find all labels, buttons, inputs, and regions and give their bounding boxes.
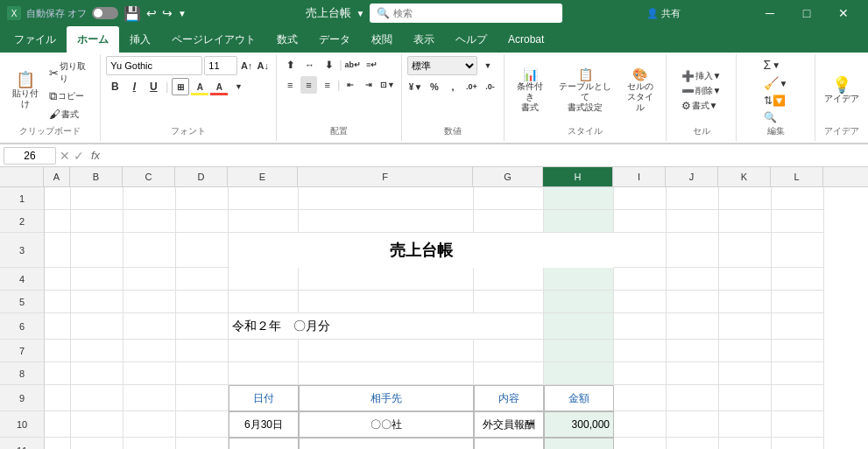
cell-k11[interactable] <box>719 438 772 449</box>
cell-g7[interactable] <box>474 340 544 362</box>
cell-j8[interactable] <box>667 362 719 385</box>
cell-a6[interactable] <box>45 313 71 340</box>
number-format-selector[interactable]: 標準 <box>407 56 477 75</box>
align-right-button[interactable]: ≡ <box>319 76 335 94</box>
tab-data[interactable]: データ <box>308 26 361 53</box>
col-header-c[interactable]: C <box>123 167 175 186</box>
cell-b5[interactable] <box>71 291 123 313</box>
quick-access-more[interactable]: ▼ <box>178 9 187 18</box>
tab-file[interactable]: ファイル <box>4 26 67 53</box>
cell-partner-1[interactable]: 〇〇社 <box>299 411 474 438</box>
cell-a5[interactable] <box>45 291 71 313</box>
number-format-more[interactable]: ▼ <box>479 57 497 74</box>
cell-a11[interactable] <box>45 438 71 449</box>
cell-i5[interactable] <box>614 291 667 313</box>
cell-header-date[interactable]: 日付 <box>229 385 299 411</box>
cell-b1[interactable] <box>71 187 123 210</box>
row-header-10[interactable]: 10 <box>0 411 44 438</box>
cell-d6[interactable] <box>176 313 229 340</box>
cell-c1[interactable] <box>123 187 176 210</box>
cell-d5[interactable] <box>176 291 229 313</box>
underline-button[interactable]: U <box>145 79 162 95</box>
cell-a3[interactable] <box>45 233 71 268</box>
cell-k7[interactable] <box>719 340 772 362</box>
indent-increase-button[interactable]: ⇥ <box>361 76 378 94</box>
ideas-button[interactable]: 💡 アイデア <box>821 75 863 106</box>
sum-button[interactable]: Σ ▼ <box>760 56 788 74</box>
font-size-selector[interactable] <box>204 56 237 75</box>
align-center-button[interactable]: ≡ <box>300 76 317 94</box>
cell-styles-button[interactable]: 🎨 セルのスタイル <box>620 67 660 115</box>
row-header-8[interactable]: 8 <box>0 362 44 385</box>
cell-header-content[interactable]: 内容 <box>474 385 544 411</box>
comment-button[interactable]: コメント <box>693 4 747 24</box>
cell-g4[interactable] <box>474 268 544 291</box>
maximize-button[interactable]: □ <box>789 0 824 26</box>
cell-i3[interactable] <box>614 233 667 268</box>
cell-date-2[interactable] <box>229 438 299 449</box>
cell-c8[interactable] <box>123 362 176 385</box>
cell-b11[interactable] <box>71 438 123 449</box>
cell-g8[interactable] <box>474 362 544 385</box>
decrease-font-button[interactable]: A↓ <box>256 57 271 74</box>
col-header-j[interactable]: J <box>666 167 718 186</box>
cell-c2[interactable] <box>123 210 176 233</box>
comma-button[interactable]: , <box>444 78 461 95</box>
row-header-7[interactable]: 7 <box>0 340 44 362</box>
row-header-6[interactable]: 6 <box>0 313 44 340</box>
col-header-l[interactable]: L <box>771 167 823 186</box>
font-name-selector[interactable] <box>106 56 202 75</box>
col-header-e[interactable]: E <box>228 167 298 186</box>
cell-j4[interactable] <box>667 268 719 291</box>
cell-f7[interactable] <box>299 340 474 362</box>
align-top-button[interactable]: ⬆ <box>282 56 300 74</box>
cell-f8[interactable] <box>299 362 474 385</box>
row-header-2[interactable]: 2 <box>0 210 44 233</box>
cell-d3[interactable] <box>176 233 229 268</box>
cell-c3[interactable] <box>123 233 176 268</box>
cell-a9[interactable] <box>45 385 71 411</box>
col-header-i[interactable]: I <box>613 167 666 186</box>
cell-a1[interactable] <box>45 187 71 210</box>
cell-b2[interactable] <box>71 210 123 233</box>
title-dropdown[interactable]: ▼ <box>356 9 365 18</box>
cell-k10[interactable] <box>719 411 772 438</box>
decimal-increase-button[interactable]: .0+ <box>463 78 480 95</box>
cell-g1[interactable] <box>474 187 544 210</box>
cell-c10[interactable] <box>123 411 176 438</box>
tab-review[interactable]: 校閲 <box>361 26 403 53</box>
cell-c5[interactable] <box>123 291 176 313</box>
save-icon[interactable]: 💾 <box>123 5 141 22</box>
cell-e5[interactable] <box>229 291 299 313</box>
cell-k5[interactable] <box>719 291 772 313</box>
cell-g2[interactable] <box>474 210 544 233</box>
font-more-button[interactable]: ▼ <box>229 78 247 95</box>
cell-d4[interactable] <box>176 268 229 291</box>
font-color-button[interactable]: A <box>210 78 228 95</box>
cell-d11[interactable] <box>176 438 229 449</box>
cell-k4[interactable] <box>719 268 772 291</box>
cell-i10[interactable] <box>614 411 667 438</box>
cell-d10[interactable] <box>176 411 229 438</box>
cell-h8[interactable] <box>544 362 614 385</box>
cell-e7[interactable] <box>229 340 299 362</box>
cell-h4[interactable] <box>544 268 614 291</box>
row-header-3[interactable]: 3 <box>0 233 44 268</box>
cell-k6[interactable] <box>719 313 772 340</box>
cell-c7[interactable] <box>123 340 176 362</box>
cell-l6[interactable] <box>772 313 824 340</box>
cell-e1[interactable] <box>229 187 299 210</box>
cell-j7[interactable] <box>667 340 719 362</box>
cell-i2[interactable] <box>614 210 667 233</box>
conditional-format-button[interactable]: 📊 条件付き書式 <box>510 67 550 115</box>
merge-button[interactable]: ⊡▼ <box>379 76 396 94</box>
autosave-toggle[interactable] <box>92 7 118 19</box>
table-format-button[interactable]: 📋 テーブルとして書式設定 <box>553 67 618 115</box>
cell-content-1[interactable]: 外交員報酬 <box>474 411 544 438</box>
cell-a8[interactable] <box>45 362 71 385</box>
cell-j1[interactable] <box>667 187 719 210</box>
cell-b3[interactable] <box>71 233 123 268</box>
cell-subtitle[interactable]: 令和２年 〇月分 <box>229 313 544 340</box>
col-header-b[interactable]: B <box>70 167 123 186</box>
cell-amount-2[interactable] <box>544 438 614 449</box>
